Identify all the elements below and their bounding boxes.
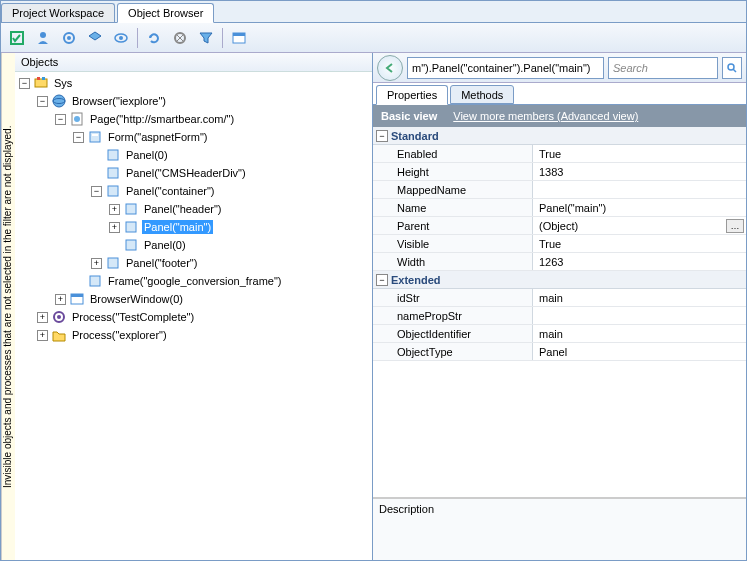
property-value[interactable]: [533, 181, 746, 198]
tab-project-workspace[interactable]: Project Workspace: [1, 3, 115, 22]
toolbar-btn-1[interactable]: [5, 26, 29, 50]
collapse-icon[interactable]: −: [37, 96, 48, 107]
svg-rect-22: [126, 222, 136, 232]
panel-icon: [123, 201, 139, 217]
filter-button[interactable]: [168, 26, 192, 50]
property-row[interactable]: EnabledTrue: [373, 145, 746, 163]
tree-node[interactable]: +Process("explorer"): [15, 326, 372, 344]
expand-icon[interactable]: +: [91, 258, 102, 269]
top-tabs: Project Workspace Object Browser: [1, 1, 746, 23]
panel-icon: [105, 147, 121, 163]
svg-rect-9: [35, 79, 47, 87]
collapse-icon[interactable]: −: [73, 132, 84, 143]
collapse-icon[interactable]: −: [91, 186, 102, 197]
property-row[interactable]: Height1383: [373, 163, 746, 181]
advanced-view-link[interactable]: View more members (Advanced view): [453, 110, 638, 122]
search-input[interactable]: Search: [608, 57, 718, 79]
property-group[interactable]: −Standard: [373, 127, 746, 145]
property-row[interactable]: idStrmain: [373, 289, 746, 307]
property-value[interactable]: main: [533, 325, 746, 342]
tree-node[interactable]: +Panel("header"): [15, 200, 372, 218]
tree-node[interactable]: −Page("http://smartbear.com/"): [15, 110, 372, 128]
toolbar-btn-5[interactable]: [109, 26, 133, 50]
detail-tabs: Properties Methods: [373, 83, 746, 105]
tab-methods[interactable]: Methods: [450, 85, 514, 104]
tree-node-label: BrowserWindow(0): [88, 292, 185, 306]
objects-pane: Objects −Sys−Browser("iexplore")−Page("h…: [15, 53, 373, 560]
toolbar-btn-2[interactable]: [31, 26, 55, 50]
tree-node[interactable]: −Panel("container"): [15, 182, 372, 200]
tree-node[interactable]: Panel(0): [15, 236, 372, 254]
tree-node-label: Sys: [52, 76, 74, 90]
object-tree[interactable]: −Sys−Browser("iexplore")−Page("http://sm…: [15, 72, 372, 560]
expand-icon[interactable]: +: [109, 222, 120, 233]
property-row[interactable]: namePropStr: [373, 307, 746, 325]
svg-rect-17: [92, 134, 98, 136]
property-name: Height: [373, 163, 533, 180]
collapse-icon[interactable]: −: [376, 274, 388, 286]
view-bar: Basic view View more members (Advanced v…: [373, 105, 746, 127]
svg-point-12: [53, 95, 65, 107]
refresh-button[interactable]: [142, 26, 166, 50]
tree-node[interactable]: −Form("aspnetForm"): [15, 128, 372, 146]
tree-node[interactable]: −Sys: [15, 74, 372, 92]
tab-object-browser[interactable]: Object Browser: [117, 3, 214, 23]
svg-rect-8: [233, 33, 245, 36]
filter-notice-bar: Invisible objects and processes that are…: [1, 53, 15, 560]
property-group[interactable]: −Extended: [373, 271, 746, 289]
ellipsis-button[interactable]: …: [726, 219, 744, 233]
search-dropdown[interactable]: [722, 57, 742, 79]
property-name: Parent: [373, 217, 533, 234]
collapse-icon[interactable]: −: [55, 114, 66, 125]
tree-node[interactable]: −Browser("iexplore"): [15, 92, 372, 110]
property-row[interactable]: ObjectTypePanel: [373, 343, 746, 361]
property-value[interactable]: Panel: [533, 343, 746, 360]
property-value[interactable]: 1383: [533, 163, 746, 180]
object-path-box[interactable]: m").Panel("container").Panel("main"): [407, 57, 604, 79]
tab-properties[interactable]: Properties: [376, 85, 448, 105]
property-value[interactable]: True: [533, 145, 746, 162]
property-value[interactable]: (Object)…: [533, 217, 746, 234]
property-value[interactable]: True: [533, 235, 746, 252]
tree-node-label: Panel("CMSHeaderDiv"): [124, 166, 248, 180]
expand-icon[interactable]: +: [55, 294, 66, 305]
details-pane: m").Panel("container").Panel("main") Sea…: [373, 53, 746, 560]
funnel-button[interactable]: [194, 26, 218, 50]
window-button[interactable]: [227, 26, 251, 50]
page-icon: [69, 111, 85, 127]
property-row[interactable]: ObjectIdentifiermain: [373, 325, 746, 343]
tree-node[interactable]: Panel("CMSHeaderDiv"): [15, 164, 372, 182]
property-value[interactable]: 1263: [533, 253, 746, 270]
property-row[interactable]: Width1263: [373, 253, 746, 271]
toolbar-btn-3[interactable]: [57, 26, 81, 50]
property-grid[interactable]: −StandardEnabledTrueHeight1383MappedName…: [373, 127, 746, 498]
property-value[interactable]: main: [533, 289, 746, 306]
tree-node[interactable]: +Process("TestComplete"): [15, 308, 372, 326]
process-icon: [51, 309, 67, 325]
tree-node[interactable]: +Panel("footer"): [15, 254, 372, 272]
property-row[interactable]: VisibleTrue: [373, 235, 746, 253]
description-panel: Description: [373, 498, 746, 560]
property-row[interactable]: NamePanel("main"): [373, 199, 746, 217]
tree-node[interactable]: Frame("google_conversion_frame"): [15, 272, 372, 290]
tree-node[interactable]: Panel(0): [15, 146, 372, 164]
tree-node[interactable]: +BrowserWindow(0): [15, 290, 372, 308]
property-row[interactable]: MappedName: [373, 181, 746, 199]
svg-rect-25: [90, 276, 100, 286]
tree-node[interactable]: +Panel("main"): [15, 218, 372, 236]
expand-icon[interactable]: +: [37, 330, 48, 341]
expand-icon[interactable]: +: [109, 204, 120, 215]
panel-icon: [123, 237, 139, 253]
tree-node-label: Panel("header"): [142, 202, 224, 216]
toolbar-separator: [222, 28, 223, 48]
collapse-icon[interactable]: −: [376, 130, 388, 142]
property-value[interactable]: Panel("main"): [533, 199, 746, 216]
svg-rect-10: [37, 77, 40, 80]
tree-node-label: Panel("container"): [124, 184, 217, 198]
collapse-icon[interactable]: −: [19, 78, 30, 89]
back-button[interactable]: [377, 55, 403, 81]
expand-icon[interactable]: +: [37, 312, 48, 323]
property-value[interactable]: [533, 307, 746, 324]
property-row[interactable]: Parent(Object)…: [373, 217, 746, 235]
toolbar-btn-4[interactable]: [83, 26, 107, 50]
